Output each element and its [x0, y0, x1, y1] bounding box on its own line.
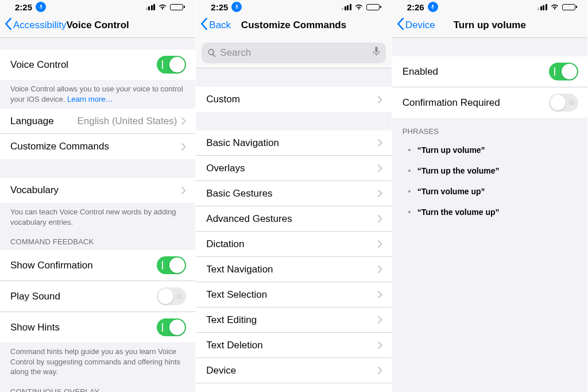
categories-group: Basic NavigationOverlaysBasic GesturesAd… — [196, 130, 391, 392]
chevron-right-icon — [181, 143, 186, 151]
phrases-list: “Turn up volume”“Turn up the volume”“Tur… — [392, 140, 587, 222]
row-label: Show Confirmation — [10, 260, 157, 271]
wifi-icon — [550, 2, 559, 12]
category-row[interactable]: Basic Navigation — [196, 130, 391, 156]
back-button[interactable]: Back — [200, 18, 231, 33]
category-row[interactable]: Device — [196, 358, 391, 383]
search-icon — [207, 48, 216, 57]
row-label: Text Navigation — [206, 264, 377, 275]
category-row[interactable]: Text Selection — [196, 282, 391, 308]
battery-icon — [562, 4, 577, 10]
hints-description: Command hints help guide you as you lear… — [0, 343, 195, 382]
chevron-right-icon — [378, 316, 382, 324]
row-label: Vocabulary — [10, 185, 181, 196]
chevron-right-icon — [378, 190, 382, 197]
chevron-right-icon — [378, 164, 382, 172]
row-label: Customize Commands — [10, 141, 181, 152]
cellular-signal-icon — [342, 4, 351, 10]
voice-control-toggle-row[interactable]: Voice Control — [0, 49, 195, 80]
category-row[interactable]: Advanced Gestures — [196, 206, 391, 232]
row-label: Text Deletion — [206, 340, 377, 351]
clock-time: 2:25 — [15, 2, 32, 12]
category-row[interactable]: Dictation — [196, 232, 391, 257]
chevron-left-icon — [200, 18, 208, 33]
category-row[interactable]: Text Navigation — [196, 257, 391, 282]
voice-control-description: Voice Control allows you to use your voi… — [0, 80, 195, 109]
category-row[interactable]: Text Editing — [196, 308, 391, 333]
category-row[interactable]: Overlays — [196, 156, 391, 181]
voice-control-toggle[interactable] — [157, 56, 186, 74]
phrase-text: “Turn up volume” — [417, 145, 485, 155]
bullet-icon — [408, 190, 411, 193]
chevron-right-icon — [378, 266, 382, 273]
enabled-toggle[interactable] — [549, 63, 578, 80]
show-confirmation-toggle[interactable] — [157, 256, 186, 274]
language-value: English (United States) — [77, 116, 177, 127]
continuous-overlay-header: CONTINUOUS OVERLAY — [0, 382, 195, 392]
chevron-right-icon — [378, 139, 382, 147]
bullet-icon — [408, 211, 411, 213]
show-hints-toggle[interactable] — [157, 318, 186, 336]
play-sound-toggle[interactable] — [157, 287, 186, 305]
row-label: Show Hints — [10, 322, 157, 333]
phrase-text: “Turn the volume up” — [417, 207, 500, 217]
category-row[interactable]: Accessibility — [196, 383, 391, 392]
chevron-right-icon — [181, 187, 186, 194]
chevron-right-icon — [378, 215, 382, 222]
enabled-row[interactable]: Enabled — [392, 56, 587, 87]
row-label: Text Selection — [206, 289, 377, 301]
nav-bar: Device Turn up volume — [392, 13, 587, 38]
battery-icon — [170, 4, 185, 10]
screen-customize-commands: 2:25 Back Customize Commands Search Cust… — [196, 0, 392, 392]
nav-bar: Back Customize Commands — [196, 13, 391, 38]
row-label: Enabled — [403, 66, 549, 78]
bullet-icon — [408, 149, 411, 151]
customize-commands-row[interactable]: Customize Commands — [0, 134, 195, 159]
row-label: Confirmation Required — [403, 97, 549, 109]
chevron-right-icon — [378, 341, 382, 349]
microphone-indicator-icon — [231, 2, 242, 12]
chevron-right-icon — [378, 96, 382, 103]
dictation-icon[interactable] — [373, 47, 380, 59]
row-label: Play Sound — [10, 291, 157, 302]
confirmation-required-row[interactable]: Confirmation Required — [392, 87, 587, 118]
search-input[interactable]: Search — [202, 43, 385, 63]
phrase-item: “Turn the volume up” — [392, 202, 587, 222]
row-label: Advanced Gestures — [206, 213, 377, 225]
wifi-icon — [158, 2, 167, 12]
back-button[interactable]: Accessibility — [5, 18, 67, 33]
row-label: Basic Navigation — [206, 137, 377, 149]
learn-more-link[interactable]: Learn more… — [67, 95, 113, 103]
status-bar: 2:26 — [392, 0, 587, 13]
back-button[interactable]: Device — [397, 18, 435, 33]
custom-row[interactable]: Custom — [196, 87, 391, 112]
row-label: Device — [206, 365, 377, 376]
show-hints-row[interactable]: Show Hints — [0, 312, 195, 343]
status-bar: 2:25 — [196, 0, 391, 13]
phrase-item: “Turn up volume” — [392, 140, 587, 160]
category-row[interactable]: Text Deletion — [196, 333, 391, 358]
back-label: Accessibility — [13, 20, 67, 31]
chevron-left-icon — [5, 18, 12, 33]
confirmation-toggle[interactable] — [549, 94, 578, 112]
phrase-text: “Turn up the volume” — [417, 166, 500, 175]
microphone-indicator-icon — [428, 2, 438, 12]
play-sound-row[interactable]: Play Sound — [0, 281, 195, 312]
battery-icon — [366, 4, 381, 10]
vocabulary-row[interactable]: Vocabulary — [0, 178, 195, 203]
category-row[interactable]: Basic Gestures — [196, 181, 391, 206]
wifi-icon — [354, 2, 363, 12]
row-label: Overlays — [206, 163, 377, 174]
row-label: Voice Control — [10, 59, 157, 71]
status-bar: 2:25 — [0, 0, 195, 13]
nav-bar: Accessibility Voice Control — [0, 13, 195, 38]
vocabulary-description: You can teach Voice Control new words by… — [0, 203, 195, 232]
chevron-right-icon — [181, 117, 186, 125]
cellular-signal-icon — [537, 4, 547, 10]
row-label: Text Editing — [206, 314, 377, 326]
show-confirmation-row[interactable]: Show Confirmation — [0, 250, 195, 281]
row-label: Language — [10, 116, 77, 127]
screen-command-detail: 2:26 Device Turn up volume Enabled Confi… — [392, 0, 588, 392]
language-row[interactable]: Language English (United States) — [0, 109, 195, 134]
row-label: Basic Gestures — [206, 188, 377, 199]
